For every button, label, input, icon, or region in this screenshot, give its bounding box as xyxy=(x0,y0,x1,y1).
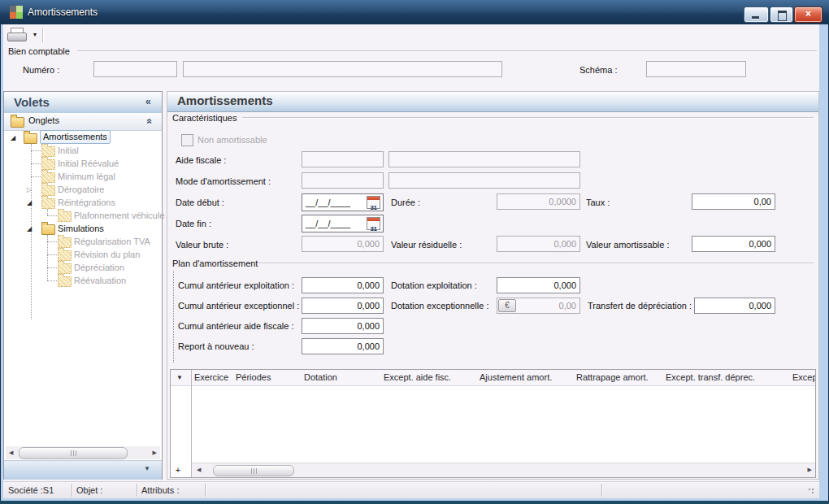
tree-expander-icon[interactable]: ◢ xyxy=(11,132,20,145)
onglets-label: Onglets xyxy=(28,115,59,125)
print-button[interactable] xyxy=(7,26,28,44)
tree-item-derogatoire[interactable]: ▷ Dérogatoire xyxy=(4,183,162,196)
sidebar-scrollbar[interactable]: ◀ ▶ xyxy=(6,446,160,459)
column-header-except-transf-deprec[interactable]: Except. transf. déprec. xyxy=(666,372,755,382)
add-row-button[interactable]: + xyxy=(172,464,184,476)
cumul-aide-fiscale-label: Cumul antérieur aide fiscale : xyxy=(178,321,293,331)
section-splitter[interactable] xyxy=(173,271,174,363)
valeur-brute-field: 0,000 xyxy=(302,236,384,252)
collapse-left-icon[interactable]: « xyxy=(145,96,151,107)
calendar-button[interactable]: 31 xyxy=(367,217,380,230)
collapse-down-icon[interactable]: ▼ xyxy=(144,465,150,472)
tree-item-reevaluation[interactable]: Réévaluation xyxy=(4,274,162,287)
folder-icon xyxy=(58,250,72,261)
application-window: Amortissements × ▼ Bien comptable Numéro… xyxy=(0,0,829,504)
cumul-exploitation-field[interactable]: 0,000 xyxy=(302,277,384,293)
folder-icon xyxy=(41,185,55,196)
resize-grip[interactable] xyxy=(808,488,816,496)
sidebar-footer: ▼ xyxy=(4,460,162,480)
minimize-button[interactable] xyxy=(744,7,769,23)
tree-expander-icon[interactable]: ▷ xyxy=(27,184,37,197)
scroll-left-icon[interactable]: ◀ xyxy=(9,450,13,456)
tree-item-simulations[interactable]: ◢ Simulations xyxy=(4,222,162,235)
dotation-exceptionnelle-label: Dotation exceptionnelle : xyxy=(391,301,488,311)
scroll-right-icon[interactable]: ▶ xyxy=(808,467,812,473)
tree-item-revision-du-plan[interactable]: Révision du plan xyxy=(4,248,162,261)
folder-open-icon xyxy=(24,133,37,144)
scroll-right-icon[interactable]: ▶ xyxy=(153,450,157,456)
print-dropdown-button[interactable]: ▼ xyxy=(29,29,41,41)
column-header-rattrapage-amort[interactable]: Rattrapage amort. xyxy=(576,372,649,382)
column-header-except[interactable]: Except. xyxy=(792,372,816,382)
collapse-up-icon[interactable]: « xyxy=(144,119,155,124)
folder-icon xyxy=(58,237,72,248)
tree-item-label: Amortissements xyxy=(40,130,111,144)
valeur-amortissable-field[interactable]: 0,000 xyxy=(692,236,775,252)
tree-item-depreciation[interactable]: Dépréciation xyxy=(4,261,162,274)
status-bar: Société :S1 Objet : Attributs : xyxy=(3,481,819,498)
status-societe: Société :S1 xyxy=(8,485,54,495)
tree-item-plafonnement-vehicule[interactable]: Plafonnement véhicule xyxy=(4,209,162,222)
tree-item-initial-reevalue[interactable]: Initial Réévalué xyxy=(4,157,162,170)
bien-comptable-group-label: Bien comptable xyxy=(8,46,70,56)
tree-item-regularisation-tva[interactable]: Régularisation TVA xyxy=(4,235,162,248)
group-divider xyxy=(77,50,817,51)
tree-expander-icon[interactable]: ◢ xyxy=(27,197,37,210)
aide-fiscale-label: Aide fiscale : xyxy=(176,155,226,165)
folder-icon xyxy=(41,172,55,183)
tree-expander-icon[interactable]: ◢ xyxy=(27,223,37,236)
column-header-periodes[interactable]: Périodes xyxy=(236,372,271,382)
title-bar: Amortissements × xyxy=(0,0,829,24)
date-mask: __/__/____ xyxy=(306,198,350,207)
sidebar-item-onglets[interactable]: Onglets « xyxy=(4,113,162,131)
euro-button[interactable]: € xyxy=(498,299,516,312)
dotation-exploitation-field[interactable]: 0,000 xyxy=(497,277,580,293)
cumul-exceptionnel-field[interactable]: 0,000 xyxy=(302,298,384,314)
cumul-aide-fiscale-field[interactable]: 0,000 xyxy=(302,318,384,334)
tree-item-label: Dérogatoire xyxy=(58,183,104,196)
report-nouveau-label: Report à nouveau : xyxy=(178,341,254,351)
report-nouveau-field[interactable]: 0,000 xyxy=(302,338,384,354)
tree-item-minimum-legal[interactable]: Minimum légal xyxy=(4,170,162,183)
toolbar-separator xyxy=(42,28,43,42)
date-mask: __/__/____ xyxy=(306,219,350,228)
taux-label: Taux : xyxy=(586,198,610,207)
window-bottom-edge xyxy=(0,501,829,504)
close-icon: × xyxy=(805,8,811,20)
chevron-down-icon: ▼ xyxy=(33,32,38,37)
table-scrollbar[interactable]: ◀ ▶ xyxy=(192,463,815,477)
scrollbar-thumb[interactable] xyxy=(19,447,128,459)
column-header-exercice[interactable]: Exercice xyxy=(194,372,228,382)
sidebar-title: Volets xyxy=(14,95,50,109)
transfert-depreciation-field[interactable]: 0,000 xyxy=(694,298,775,314)
aide-fiscale-code-field xyxy=(302,151,384,167)
date-fin-field[interactable]: __/__/____ 31 xyxy=(302,215,384,232)
taux-field[interactable]: 0,00 xyxy=(692,193,775,210)
maximize-icon xyxy=(778,11,787,21)
valeur-brute-label: Valeur brute : xyxy=(176,240,228,250)
duree-label: Durée : xyxy=(391,198,420,207)
aide-fiscale-name-field xyxy=(388,151,580,167)
column-header-except-aide-fisc[interactable]: Except. aide fisc. xyxy=(384,372,451,382)
scroll-left-icon[interactable]: ◀ xyxy=(197,467,201,473)
column-header-ajustement-amort[interactable]: Ajustement amort. xyxy=(480,372,552,382)
folder-icon xyxy=(58,276,72,287)
close-button[interactable]: × xyxy=(794,7,822,23)
scrollbar-thumb[interactable] xyxy=(213,465,294,476)
tree-item-amortissements[interactable]: ◢ Amortissements xyxy=(4,131,162,144)
tree-item-initial[interactable]: Initial xyxy=(4,144,162,157)
cumul-exploitation-label: Cumul antérieur exploitation : xyxy=(178,280,294,290)
calendar-button[interactable]: 31 xyxy=(367,196,380,209)
date-debut-field[interactable]: __/__/____ 31 xyxy=(302,193,384,211)
table-header-row: ▼ Exercice Périodes Dotation Except. aid… xyxy=(171,370,815,386)
maximize-button[interactable] xyxy=(770,7,793,23)
sidebar-header: Volets « xyxy=(4,92,162,114)
row-selector-icon[interactable]: ▼ xyxy=(176,374,183,381)
transfert-depreciation-label: Transfert de dépréciation : xyxy=(588,301,692,311)
mode-code-field xyxy=(302,172,384,189)
schema-field xyxy=(646,61,746,77)
tree-item-reintegrations[interactable]: ◢ Réintégrations xyxy=(4,196,162,209)
sidebar-panel: Volets « Onglets « ◢ Amortissements Init… xyxy=(3,91,163,480)
column-header-dotation[interactable]: Dotation xyxy=(304,372,337,382)
valeur-residuelle-label: Valeur résiduelle : xyxy=(391,240,462,250)
